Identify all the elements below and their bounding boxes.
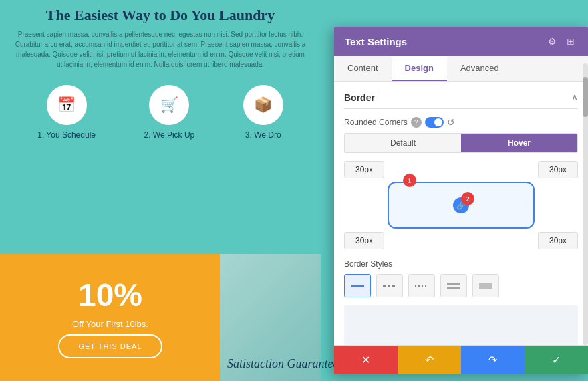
schedule-pickup-btn-2[interactable]: SCHEDULE A PICKUP [94, 201, 227, 236]
bottom-right-input[interactable]: 30px [538, 232, 578, 249]
step-2-icon: 🛒 [149, 85, 189, 125]
border-style-double[interactable] [440, 274, 467, 297]
expand-icon[interactable]: ⊞ [564, 35, 577, 48]
rounded-corners-toggle[interactable] [425, 117, 444, 128]
undo-icon: ↶ [425, 354, 434, 366]
steps-row: 📅 1. You Schedule 🛒 2. We Pick Up 📦 3. W… [0, 78, 321, 146]
step-2: 🛒 2. We Pick Up [144, 85, 194, 140]
border-styles-row [344, 274, 578, 297]
settings-icon[interactable]: ⚙ [545, 35, 559, 48]
undo-button[interactable]: ↶ [398, 346, 461, 374]
schedule-pickup-btn-1[interactable]: SCHEDULE A PICKUP [94, 156, 227, 191]
rounded-corners-label: Rounded Corners [344, 118, 408, 127]
confirm-icon: ✓ [552, 354, 561, 366]
panel-tabs: Content Design Advanced [334, 56, 588, 82]
border-section-header: Border ∧ [344, 92, 578, 109]
step-1: 📅 1. You Schedule [37, 85, 96, 140]
get-deal-button[interactable]: GET THIS DEAL [58, 334, 162, 358]
badge-1: 1 [403, 174, 416, 187]
section-chevron-icon[interactable]: ∧ [571, 92, 578, 103]
border-preview-area [344, 305, 578, 345]
border-style-dotted[interactable] [408, 274, 435, 297]
bottom-left-input[interactable]: 30px [344, 232, 384, 249]
panel-body: Border ∧ Rounded Corners ? ↺ Default Hov… [334, 82, 588, 345]
panel-header-icons: ⚙ ⊞ [545, 35, 577, 48]
redo-icon: ↷ [488, 354, 497, 366]
border-section-title: Border [344, 92, 375, 103]
top-right-input[interactable]: 30px [538, 161, 578, 178]
tab-design[interactable]: Design [392, 56, 447, 81]
hover-tabs: Default Hover [344, 133, 578, 153]
hero-title: The Easiest Way to Do You Laundry [0, 0, 321, 24]
rounded-corners-row: Rounded Corners ? ↺ [344, 117, 578, 128]
border-style-none[interactable] [472, 274, 499, 297]
border-style-dashed[interactable] [376, 274, 403, 297]
confirm-button[interactable]: ✓ [525, 346, 588, 374]
tab-hover[interactable]: Hover [461, 134, 577, 152]
tab-advanced[interactable]: Advanced [447, 56, 512, 81]
hero-text: Praesent sapien massa, convallis a pelle… [0, 24, 321, 75]
step-1-icon: 📅 [47, 85, 87, 125]
svg-rect-0 [351, 285, 364, 287]
step-2-label: 2. We Pick Up [144, 130, 194, 140]
panel-title: Text Settings [345, 36, 407, 47]
border-styles-label: Border Styles [344, 259, 578, 269]
step-3-icon: 📦 [243, 85, 283, 125]
discount-percent: 10% [78, 277, 142, 313]
border-styles-section: Border Styles [344, 259, 578, 345]
cancel-icon: ✕ [361, 354, 370, 366]
corner-inputs: 30px 30px 1 🔗 2 30px 30px [344, 161, 578, 249]
tab-default[interactable]: Default [345, 134, 461, 152]
orange-section: 10% Off Your First 10lbs. GET THIS DEAL [0, 254, 220, 381]
cancel-button[interactable]: ✕ [334, 346, 398, 374]
scrollbar-track [583, 64, 588, 345]
top-left-input[interactable]: 30px [344, 161, 384, 178]
reset-icon[interactable]: ↺ [447, 117, 455, 128]
help-icon[interactable]: ? [411, 117, 422, 128]
border-style-solid[interactable] [344, 274, 371, 297]
text-settings-panel: Text Settings ⚙ ⊞ Content Design Advance… [334, 27, 588, 374]
step-3-label: 3. We Dro [245, 130, 281, 140]
tab-content[interactable]: Content [334, 56, 392, 81]
badge-2: 2 [461, 192, 474, 205]
step-1-label: 1. You Schedule [37, 130, 96, 140]
panel-footer: ✕ ↶ ↷ ✓ [334, 345, 588, 374]
step-3: 📦 3. We Dro [243, 85, 283, 140]
corner-center-box: 1 🔗 2 [388, 182, 535, 229]
panel-header: Text Settings ⚙ ⊞ [334, 27, 588, 56]
satisfaction-text: Satistaction Guaranteed [227, 357, 344, 371]
discount-subtitle: Off Your First 10lbs. [72, 319, 148, 329]
scrollbar-thumb[interactable] [583, 77, 588, 117]
redo-button[interactable]: ↷ [461, 346, 525, 374]
